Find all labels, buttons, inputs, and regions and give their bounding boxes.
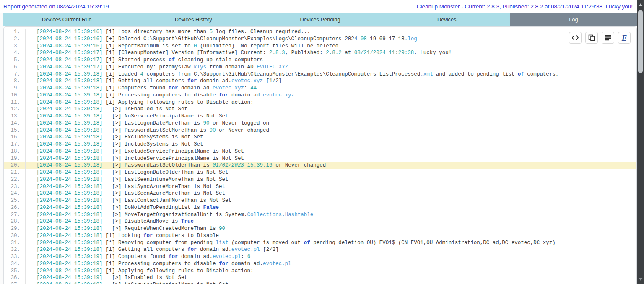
line-number: 32. xyxy=(4,246,26,253)
log-line: 34.[2024-08-24 15:39:19] [i] Processing … xyxy=(4,261,636,268)
line-number: 19. xyxy=(4,155,26,162)
log-line-text: [2024-08-24 15:39:18] [i] Loaded 4 compu… xyxy=(26,71,558,78)
log-lines: 1.[2024-08-24 15:39:16] [i] Logs directo… xyxy=(4,29,636,284)
log-line-text: [2024-08-24 15:39:18] [i] Looking for co… xyxy=(26,232,219,240)
log-line: 1.[2024-08-24 15:39:16] [i] Logs directo… xyxy=(4,29,636,36)
log-line: 28.[2024-08-24 15:39:18] [>] DisableAndM… xyxy=(4,218,636,225)
log-line: 33.[2024-08-24 15:39:19] [i] Computers f… xyxy=(4,253,636,261)
log-line-text: [2024-08-24 15:39:17] [i] Executed by: p… xyxy=(26,64,288,71)
line-number: 18. xyxy=(4,148,26,155)
log-line: 12.[2024-08-24 15:39:18] [>] IsEnabled i… xyxy=(4,106,636,113)
log-line: 11.[2024-08-24 15:39:18] [i] Applying fo… xyxy=(4,99,636,106)
line-number: 15. xyxy=(4,127,26,134)
tab-devices-pending[interactable]: Devices Pending xyxy=(257,13,383,26)
report-generated-text: Report generated on 08/24/2024 15:39:19 xyxy=(3,3,109,10)
log-line: 2.[2024-08-24 15:39:16] [+] Deleted C:\S… xyxy=(4,36,636,43)
log-line-text: [2024-08-24 15:39:18] [>] LastSeenAzureM… xyxy=(26,190,225,197)
line-number: 26. xyxy=(4,204,26,211)
line-number: 31. xyxy=(4,240,26,247)
code-icon xyxy=(571,35,579,41)
tab-bar: Devices Current RunDevices HistoryDevice… xyxy=(3,13,637,26)
log-line: 23.[2024-08-24 15:39:18] [>] LastSyncAzu… xyxy=(4,183,636,190)
line-number: 7. xyxy=(4,71,26,78)
enlighter-website-button[interactable]: E xyxy=(618,32,631,44)
log-line-text: [2024-08-24 15:39:16] [i] ReportMaximum … xyxy=(26,43,342,50)
scroll-up-arrow-icon[interactable] xyxy=(639,3,643,6)
log-line-text: [2024-08-24 15:39:18] [*] Removing compu… xyxy=(26,240,556,247)
log-line-text: [2024-08-24 15:39:18] [>] DoNotAddToPend… xyxy=(26,204,219,211)
tab-devices-current-run[interactable]: Devices Current Run xyxy=(3,13,130,26)
line-number: 21. xyxy=(4,169,26,176)
log-line: 26.[2024-08-24 15:39:18] [>] DoNotAddToP… xyxy=(4,204,636,211)
tab-log[interactable]: Log xyxy=(510,13,637,26)
log-line: 35.[2024-08-24 15:39:19] [i] Applying fo… xyxy=(4,268,636,275)
log-line: 19.[2024-08-24 15:39:18] [>] IncludeServ… xyxy=(4,155,636,162)
log-line-text: [2024-08-24 15:39:18] [>] LastSeenIntune… xyxy=(26,176,229,183)
copy-button[interactable] xyxy=(585,32,598,44)
log-line-text: [2024-08-24 15:39:18] [i] Computers foun… xyxy=(26,85,257,92)
line-number: 22. xyxy=(4,176,26,183)
log-line-text: [2024-08-24 15:39:18] [>] ExcludeSystems… xyxy=(26,134,203,141)
log-line: 14.[2024-08-24 15:39:18] [>] LastLogonDa… xyxy=(4,120,636,127)
log-line-text: [2024-08-24 15:39:18] [>] LastLogonDateO… xyxy=(26,169,229,176)
log-line: 15.[2024-08-24 15:39:18] [>] PasswordLas… xyxy=(4,127,636,134)
log-line-text: [2024-08-24 15:39:19] [>] IsEnabled is N… xyxy=(26,274,187,281)
log-line: 24.[2024-08-24 15:39:18] [>] LastSeenAzu… xyxy=(4,190,636,197)
line-number: 33. xyxy=(4,253,26,261)
log-line: 21.[2024-08-24 15:39:18] [>] LastLogonDa… xyxy=(4,169,636,176)
report-header: Report generated on 08/24/2024 15:39:19 … xyxy=(0,0,637,13)
log-line: 25.[2024-08-24 15:39:18] [>] LastContact… xyxy=(4,197,636,204)
log-line: 22.[2024-08-24 15:39:18] [>] LastSeenInt… xyxy=(4,176,636,183)
line-number: 37. xyxy=(4,281,26,284)
log-line: 31.[2024-08-24 15:39:18] [*] Removing co… xyxy=(4,240,636,247)
line-number: 12. xyxy=(4,106,26,113)
log-line-text: [2024-08-24 15:39:18] [>] PasswordLastSe… xyxy=(26,162,326,169)
log-line-text: [2024-08-24 15:39:18] [i] Getting all co… xyxy=(26,78,282,85)
enlighter-toolbar: E xyxy=(569,32,631,44)
log-line-text: [2024-08-24 15:39:18] [>] IncludeSystems… xyxy=(26,141,203,148)
log-line: 13.[2024-08-24 15:39:18] [>] NoServicePr… xyxy=(4,113,636,120)
log-line: 17.[2024-08-24 15:39:18] [>] IncludeSyst… xyxy=(4,141,636,148)
scrollbar-thumb[interactable] xyxy=(638,10,643,73)
line-number: 8. xyxy=(4,78,26,85)
raw-lines-icon xyxy=(605,35,611,41)
log-line-text: [2024-08-24 15:39:18] [>] MoveTargetOrga… xyxy=(26,211,313,219)
scrollbar[interactable] xyxy=(637,0,644,284)
log-line: 5.[2024-08-24 15:39:17] [i] Started proc… xyxy=(4,57,636,64)
line-number: 10. xyxy=(4,92,26,99)
log-line-text: [2024-08-24 15:39:16] [i] Logs directory… xyxy=(26,29,310,36)
line-number: 16. xyxy=(4,134,26,141)
log-line-text: [2024-08-24 15:39:19] [i] Applying follo… xyxy=(26,268,254,275)
log-line-text: [2024-08-24 15:39:18] [>] ExcludeService… xyxy=(26,148,244,155)
line-number: 14. xyxy=(4,120,26,127)
copy-icon xyxy=(588,34,595,41)
log-line-text: [2024-08-24 15:39:18] [>] LastSyncAzureM… xyxy=(26,183,225,190)
tab-devices-history[interactable]: Devices History xyxy=(130,13,257,26)
line-number: 9. xyxy=(4,85,26,92)
line-number: 30. xyxy=(4,232,26,240)
scroll-down-arrow-icon[interactable] xyxy=(639,278,643,281)
line-number: 36. xyxy=(4,274,26,281)
log-line-text: [2024-08-24 15:39:18] [>] NoServicePrinc… xyxy=(26,113,229,120)
line-number: 1. xyxy=(4,29,26,36)
log-line-text: [2024-08-24 15:39:18] [>] IsEnabled is N… xyxy=(26,106,187,113)
log-line: 27.[2024-08-24 15:39:18] [>] MoveTargetO… xyxy=(4,211,636,219)
line-number: 5. xyxy=(4,57,26,64)
show-code-button[interactable] xyxy=(569,32,582,44)
log-line-text: [2024-08-24 15:39:17] [i] [CleanupMonste… xyxy=(26,50,452,57)
line-number: 20. xyxy=(4,162,26,169)
log-line: 32.[2024-08-24 15:39:18] [i] Getting all… xyxy=(4,246,636,253)
tab-devices[interactable]: Devices xyxy=(384,13,510,26)
line-number: 6. xyxy=(4,64,26,71)
log-line-text: [2024-08-24 15:39:18] [>] RequireWhenCre… xyxy=(26,225,225,232)
log-line: 8.[2024-08-24 15:39:18] [i] Getting all … xyxy=(4,78,636,85)
log-line: 3.[2024-08-24 15:39:16] [i] ReportMaximu… xyxy=(4,43,636,50)
log-line: 20.[2024-08-24 15:39:18] [>] PasswordLas… xyxy=(4,162,636,169)
raw-view-button[interactable] xyxy=(602,32,614,44)
log-line: 10.[2024-08-24 15:39:18] [i] Processing … xyxy=(4,92,636,99)
log-line: 9.[2024-08-24 15:39:18] [i] Computers fo… xyxy=(4,85,636,92)
line-number: 13. xyxy=(4,113,26,120)
line-number: 29. xyxy=(4,225,26,232)
line-number: 28. xyxy=(4,218,26,225)
log-line-text: [2024-08-24 15:39:16] [+] Deleted C:\Sup… xyxy=(26,36,417,43)
